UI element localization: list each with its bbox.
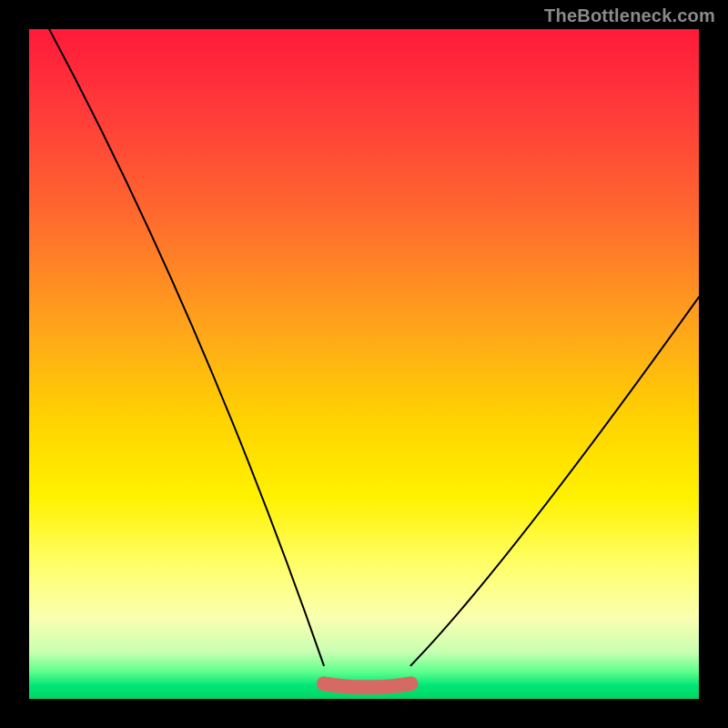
curve-layer <box>29 29 699 699</box>
plot-area <box>29 29 699 699</box>
plateau-marker <box>324 683 411 687</box>
chart-stage: TheBottleneck.com <box>0 0 728 728</box>
watermark-text: TheBottleneck.com <box>544 5 715 26</box>
right-ascent-curve <box>411 297 700 665</box>
left-descent-curve <box>49 29 324 665</box>
